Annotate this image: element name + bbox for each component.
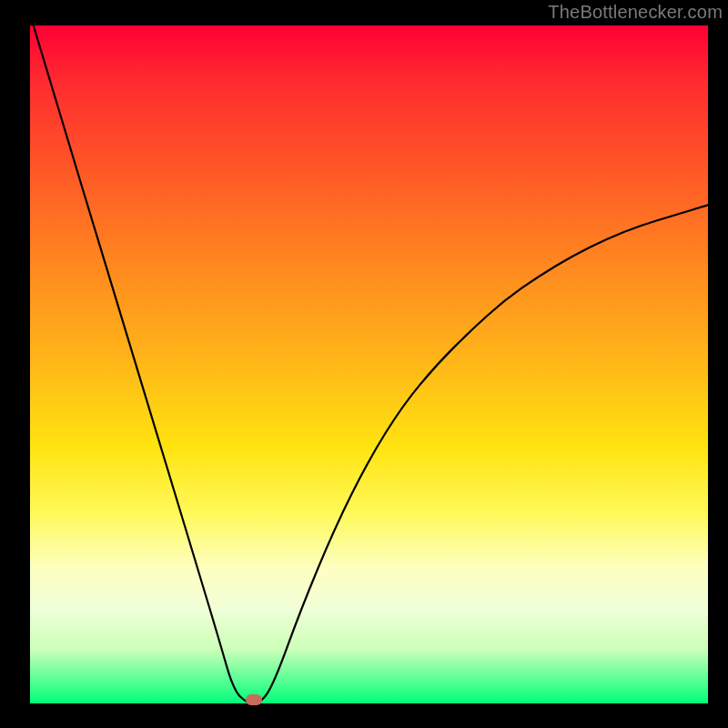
- optimal-point-marker: [246, 694, 262, 705]
- plot-area: [30, 25, 708, 703]
- chart-frame: TheBottlenecker.com: [0, 0, 728, 728]
- bottleneck-curve: [30, 25, 708, 703]
- attribution-label: TheBottlenecker.com: [548, 2, 723, 23]
